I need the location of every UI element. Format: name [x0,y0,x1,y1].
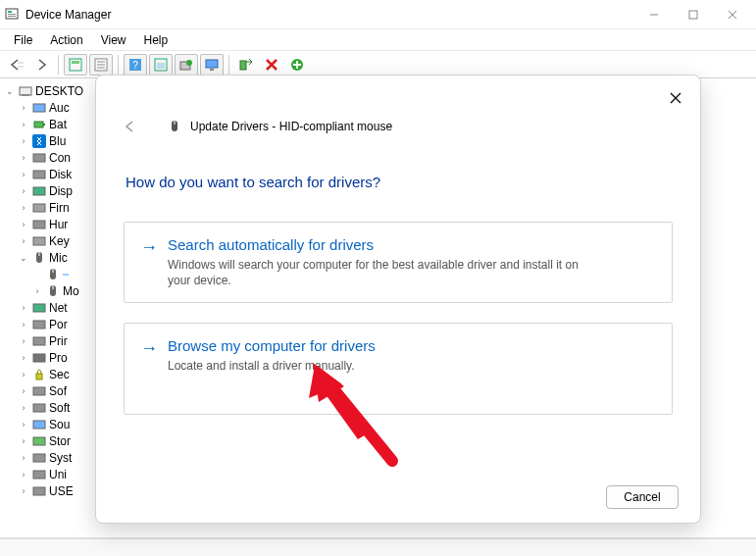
svg-rect-37 [33,204,45,212]
app-icon [4,7,20,23]
toolbar-uninstall-button[interactable] [260,54,283,76]
tree-item-label: Key [49,234,70,248]
cancel-button[interactable]: Cancel [606,485,679,509]
expand-toggle-icon[interactable]: › [18,453,29,463]
close-button[interactable] [713,1,752,28]
window-title: Device Manager [25,8,634,22]
menu-file[interactable]: File [6,31,40,49]
expand-toggle-icon[interactable]: › [18,336,29,346]
svg-rect-52 [33,404,45,412]
dialog-title: Update Drivers - HID-compliant mouse [190,120,392,133]
device-icon [31,250,47,266]
device-icon [31,433,47,449]
expand-toggle-icon[interactable]: › [18,320,29,329]
expand-toggle-icon[interactable]: › [31,286,43,296]
tree-item-label: Blu [49,134,66,148]
device-icon [31,300,47,316]
expand-toggle-icon[interactable]: › [18,153,29,163]
svg-rect-38 [33,221,45,228]
expand-toggle-icon[interactable]: › [18,486,29,496]
svg-rect-8 [70,59,81,71]
option-search-automatically[interactable]: → Search automatically for drivers Windo… [124,222,673,303]
expand-toggle-icon[interactable]: ⌄ [18,253,29,263]
device-icon [31,417,47,432]
expand-toggle-icon[interactable]: › [18,370,29,379]
tree-item-label: Uni [49,468,67,481]
expand-toggle-icon[interactable]: › [18,220,29,229]
tree-item-label: USE [49,484,74,498]
expand-toggle-icon[interactable]: › [18,203,29,213]
expand-toggle-icon[interactable]: › [18,436,29,446]
toolbar-back-button[interactable] [4,54,27,76]
svg-rect-5 [689,11,697,19]
toolbar-enable-button[interactable] [234,54,258,76]
tree-item-label: Hur [49,218,68,231]
svg-rect-31 [34,122,43,127]
toolbar-monitor-button[interactable] [200,54,224,76]
tree-item-label: Sof [49,384,67,398]
window-titlebar: Device Manager [0,0,756,29]
expand-toggle-icon[interactable]: › [18,186,29,196]
dialog-close-button[interactable] [663,85,688,111]
expand-toggle-icon[interactable]: ⌄ [4,86,16,96]
svg-point-19 [186,60,192,66]
svg-rect-56 [33,471,45,479]
option-browse-computer[interactable]: → Browse my computer for drivers Locate … [124,323,673,414]
tree-item-label: Net [49,301,68,315]
toolbar-show-hidden-button[interactable] [64,54,87,76]
svg-rect-9 [72,61,79,64]
device-icon [31,150,47,166]
svg-rect-48 [33,337,45,345]
menu-bar: File Action View Help [0,29,756,51]
expand-toggle-icon[interactable]: › [18,303,29,313]
device-icon [18,83,33,99]
expand-toggle-icon[interactable]: › [18,103,29,113]
minimize-button[interactable] [634,1,674,28]
tree-item-label: Bat [49,118,67,131]
device-icon [31,467,47,482]
mouse-icon [167,119,182,134]
expand-toggle-icon[interactable]: › [18,353,29,363]
expand-toggle-icon[interactable]: › [18,136,29,146]
device-icon [31,367,47,382]
menu-view[interactable]: View [93,31,134,49]
toolbar-help-button[interactable]: ? [124,54,147,76]
svg-rect-17 [157,63,165,69]
toolbar-scan-button[interactable] [149,54,173,76]
svg-rect-20 [206,60,218,68]
svg-rect-46 [33,304,45,312]
svg-rect-49 [33,354,45,362]
tree-item-label: Soft [49,401,70,415]
expand-toggle-icon[interactable]: › [18,386,29,396]
update-drivers-dialog: Update Drivers - HID-compliant mouse How… [95,75,701,524]
expand-toggle-icon[interactable]: › [18,236,29,246]
expand-toggle-icon[interactable]: › [18,470,29,480]
maximize-button[interactable] [674,1,713,28]
dialog-back-button[interactable] [124,120,137,133]
device-icon [31,317,47,332]
device-icon [31,450,47,466]
expand-toggle-icon[interactable]: › [18,403,29,413]
expand-toggle-icon[interactable]: › [18,170,29,179]
toolbar-update-button[interactable] [175,54,198,76]
device-icon [31,350,47,366]
menu-help[interactable]: Help [136,31,176,49]
toolbar-forward-button[interactable] [29,54,53,76]
svg-rect-21 [210,69,214,71]
tree-item-label [63,274,69,276]
tree-item-label: Auc [49,101,70,115]
expand-toggle-icon[interactable]: › [18,420,29,430]
svg-rect-33 [32,134,46,148]
toolbar-add-button[interactable] [285,54,309,76]
svg-rect-57 [33,487,45,495]
toolbar-properties-button[interactable] [89,54,113,76]
dialog-heading: How do you want to search for drivers? [126,174,673,190]
menu-action[interactable]: Action [42,31,90,49]
option-title: Search automatically for drivers [168,236,589,253]
tree-item-label: Prir [49,334,68,348]
device-icon [31,100,47,116]
expand-toggle-icon[interactable]: › [18,120,29,129]
status-bar [0,538,756,556]
toolbar-separator [228,55,229,75]
option-description: Locate and install a driver manually. [168,358,376,374]
